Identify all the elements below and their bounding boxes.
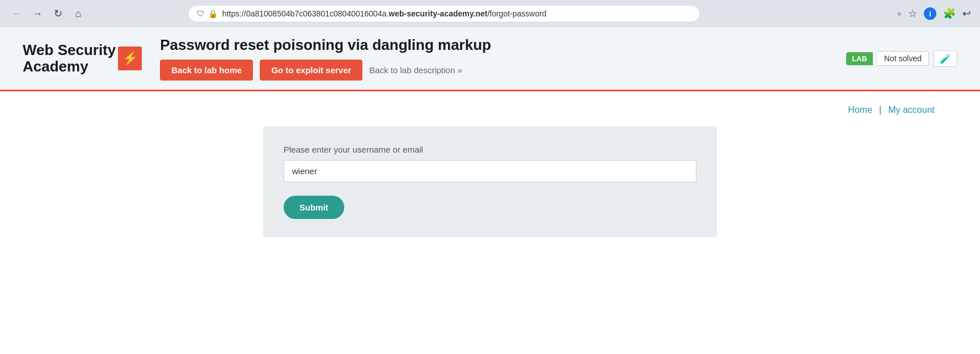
lab-status-area: LAB Not solved 🧪: [846, 50, 957, 67]
back-to-lab-description-link[interactable]: Back to lab description »: [369, 65, 462, 75]
top-nav: Home | My account: [23, 105, 957, 115]
home-button[interactable]: ⌂: [70, 6, 86, 22]
home-nav-link[interactable]: Home: [848, 105, 872, 115]
my-account-nav-link[interactable]: My account: [888, 105, 935, 115]
header-content: Password reset poisoning via dangling ma…: [160, 36, 828, 81]
url-domain: web-security-academy.net: [388, 9, 487, 18]
back-button[interactable]: ←: [9, 6, 25, 22]
main-content: Home | My account Please enter your user…: [0, 91, 980, 251]
url-path: /forgot-password: [487, 9, 546, 18]
undo-icon[interactable]: ↩: [962, 7, 971, 20]
reload-button[interactable]: ↻: [50, 6, 66, 22]
url-text: https://0a81008504b7c063801c08040016004a…: [222, 9, 691, 18]
qr-icon[interactable]: ▫: [898, 8, 901, 20]
logo-text: Web Security Academy: [23, 42, 116, 74]
logo-area: Web Security Academy ⚡: [23, 42, 142, 74]
info-icon[interactable]: i: [924, 7, 936, 20]
address-bar[interactable]: 🛡 🔒 https://0a81008504b7c063801c08040016…: [189, 6, 699, 22]
browser-chrome: ← → ↻ ⌂ 🛡 🔒 https://0a81008504b7c063801c…: [0, 0, 980, 27]
nav-separator: |: [879, 105, 881, 115]
back-to-lab-home-button[interactable]: Back to lab home: [160, 60, 253, 81]
go-to-exploit-server-button[interactable]: Go to exploit server: [260, 60, 362, 81]
logo-line1: Web Security: [23, 41, 116, 58]
lab-badge: LAB: [846, 52, 873, 65]
browser-right-icons: ▫ ☆ i 🧩 ↩: [898, 7, 971, 20]
url-prefix: https://0a81008504b7c063801c08040016004a…: [222, 9, 389, 18]
extension-icon[interactable]: 🧩: [943, 7, 956, 20]
site-header: Web Security Academy ⚡ Password reset po…: [0, 27, 980, 91]
logo-line2: Academy: [23, 58, 88, 75]
forward-button[interactable]: →: [29, 6, 45, 22]
header-actions: Back to lab home Go to exploit server Ba…: [160, 60, 828, 81]
logo-icon: ⚡: [118, 47, 142, 70]
not-solved-label: Not solved: [877, 51, 929, 66]
flask-button[interactable]: 🧪: [933, 50, 957, 67]
shield-icon: 🛡: [197, 9, 205, 18]
lab-title: Password reset poisoning via dangling ma…: [160, 36, 828, 54]
star-icon[interactable]: ☆: [908, 7, 917, 20]
nav-buttons: ← → ↻ ⌂: [9, 6, 86, 22]
submit-button[interactable]: Submit: [284, 196, 344, 219]
lock-icon: 🔒: [208, 9, 218, 18]
form-label: Please enter your username or email: [284, 145, 696, 154]
username-email-input[interactable]: [284, 160, 696, 182]
address-bar-icons: 🛡 🔒: [197, 9, 218, 18]
form-container: Please enter your username or email Subm…: [263, 127, 717, 237]
